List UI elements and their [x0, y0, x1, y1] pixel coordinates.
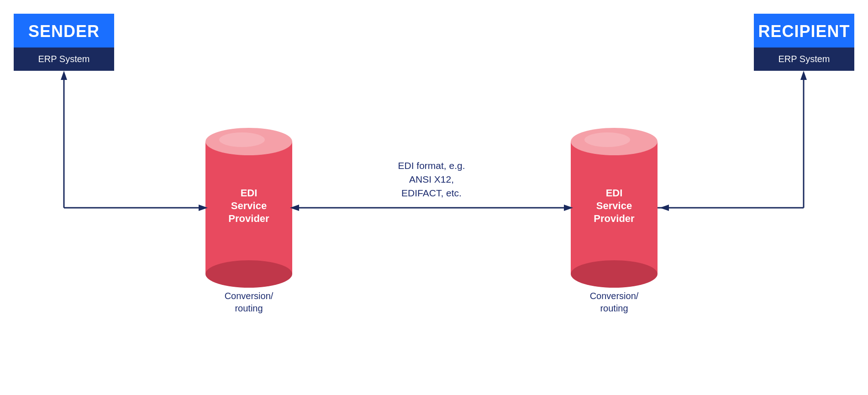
svg-point-1	[205, 260, 292, 288]
svg-text:Conversion/: Conversion/	[590, 291, 639, 301]
diagram-container: SENDER ERP System RECIPIENT ERP System E…	[0, 0, 868, 395]
svg-marker-24	[800, 71, 807, 80]
svg-text:routing: routing	[600, 303, 628, 313]
svg-marker-22	[660, 205, 669, 211]
svg-text:routing: routing	[235, 303, 263, 313]
svg-text:Conversion/: Conversion/	[225, 291, 274, 301]
svg-point-10	[584, 132, 630, 147]
svg-point-8	[571, 260, 658, 288]
svg-text:EDI: EDI	[606, 187, 623, 199]
svg-text:EDI format, e.g.: EDI format, e.g.	[398, 160, 465, 171]
svg-text:EDI: EDI	[241, 187, 258, 199]
svg-text:Provider: Provider	[594, 213, 635, 224]
svg-point-3	[219, 132, 265, 147]
svg-text:Provider: Provider	[228, 213, 269, 224]
svg-text:Service: Service	[231, 200, 267, 211]
svg-text:Service: Service	[596, 200, 632, 211]
left-cylinder: EDI Service Provider	[205, 128, 292, 288]
right-cylinder: EDI Service Provider	[571, 128, 658, 288]
svg-marker-15	[61, 71, 67, 80]
svg-text:EDIFACT, etc.: EDIFACT, etc.	[401, 188, 462, 198]
main-svg: EDI Service Provider EDI Service Provide…	[0, 0, 868, 395]
svg-text:ANSI X12,: ANSI X12,	[409, 174, 454, 184]
